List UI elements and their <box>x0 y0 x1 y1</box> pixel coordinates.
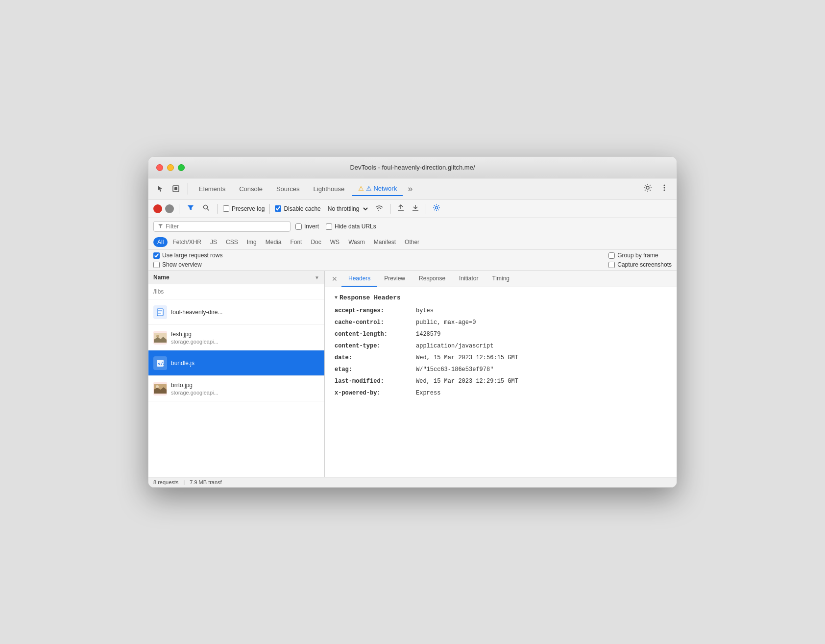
tab-network[interactable]: ⚠ ⚠ Network <box>352 182 403 196</box>
type-filter-font[interactable]: Font <box>286 237 306 247</box>
disable-cache-label[interactable]: Disable cache <box>275 205 320 212</box>
net-divider-2 <box>218 204 218 214</box>
header-value: 1428579 <box>413 330 440 339</box>
list-item-foul[interactable]: foul-heavenly-dire... <box>148 299 324 325</box>
net-divider-4 <box>390 204 390 214</box>
file-list-header: Name ▼ <box>148 271 324 284</box>
window-title: DevTools - foul-heavenly-direction.glitc… <box>350 164 475 171</box>
tab-elements[interactable]: Elements <box>193 182 231 196</box>
group-by-frame-checkbox[interactable] <box>608 252 615 259</box>
settings-network-button[interactable] <box>430 202 443 215</box>
type-filter-ws[interactable]: WS <box>326 237 343 247</box>
header-key: accept-ranges <box>335 306 413 315</box>
header-key: etag <box>335 365 413 374</box>
search-button[interactable] <box>200 202 213 215</box>
tab-lighthouse[interactable]: Lighthouse <box>308 182 351 196</box>
tab-console[interactable]: Console <box>233 182 268 196</box>
hide-data-urls-label[interactable]: Hide data URLs <box>326 223 376 230</box>
list-item-libs[interactable]: /libs <box>148 284 324 299</box>
list-item-fesh[interactable]: fesh.jpg storage.googleapi... <box>148 325 324 350</box>
type-filter-js[interactable]: JS <box>206 237 221 247</box>
preserve-log-checkbox[interactable] <box>223 205 229 212</box>
transfer-size: 7.9 MB transf <box>190 479 221 485</box>
tab-response[interactable]: Response <box>412 271 452 287</box>
type-filter-all[interactable]: All <box>153 237 168 247</box>
use-large-rows-label[interactable]: Use large request rows <box>153 252 222 259</box>
filter-bar: Invert Hide data URLs <box>148 218 677 235</box>
type-filter-doc[interactable]: Doc <box>307 237 325 247</box>
filter-input[interactable] <box>166 223 286 230</box>
header-row: accept-rangesbytes <box>335 306 667 315</box>
svg-line-9 <box>207 209 209 211</box>
tab-more[interactable]: » <box>405 182 415 196</box>
more-button[interactable] <box>657 181 672 196</box>
header-value: W/"15cc63-186e53ef978" <box>413 365 493 374</box>
tab-preview[interactable]: Preview <box>377 271 412 287</box>
inspect-button[interactable] <box>169 183 183 195</box>
doc-icon <box>153 305 167 319</box>
net-divider-5 <box>426 204 426 214</box>
header-value: public, max-age=0 <box>413 318 476 327</box>
preserve-log-label[interactable]: Preserve log <box>223 205 265 212</box>
capture-screenshots-label[interactable]: Capture screenshots <box>608 261 672 268</box>
use-large-rows-checkbox[interactable] <box>153 252 160 259</box>
throttle-select[interactable]: No throttling <box>324 204 369 214</box>
net-divider-3 <box>269 204 270 214</box>
stop-button[interactable] <box>165 204 174 213</box>
type-filter-wasm[interactable]: Wasm <box>344 237 369 247</box>
group-by-frame-label[interactable]: Group by frame <box>608 252 672 259</box>
type-filter-other[interactable]: Other <box>401 237 423 247</box>
svg-rect-1 <box>174 187 177 190</box>
type-filter-css[interactable]: CSS <box>222 237 242 247</box>
status-bar: 8 requests | 7.9 MB transf <box>148 477 677 487</box>
type-filter-manifest[interactable]: Manifest <box>370 237 400 247</box>
file-text-foul: foul-heavenly-dire... <box>171 309 222 316</box>
close-button[interactable] <box>156 164 163 171</box>
type-filter-media[interactable]: Media <box>262 237 286 247</box>
settings-button[interactable] <box>640 181 655 196</box>
minimize-button[interactable] <box>167 164 174 171</box>
toolbar-divider-1 <box>188 183 188 195</box>
type-filter-fetch/xhr[interactable]: Fetch/XHR <box>169 237 205 247</box>
header-row: etagW/"15cc63-186e53ef978" <box>335 365 667 374</box>
show-overview-checkbox[interactable] <box>153 262 160 268</box>
title-bar: DevTools - foul-heavenly-direction.glitc… <box>148 157 677 178</box>
header-key: date <box>335 353 413 362</box>
svg-point-3 <box>664 185 665 186</box>
header-key: content-length <box>335 330 413 339</box>
maximize-button[interactable] <box>178 164 185 171</box>
devtools-window: DevTools - foul-heavenly-direction.glitc… <box>148 156 677 488</box>
type-filter-img[interactable]: Img <box>243 237 261 247</box>
invert-label[interactable]: Invert <box>295 223 319 230</box>
filter-input-wrap <box>153 221 291 232</box>
net-right-icons <box>372 202 443 215</box>
response-headers-section: Response Headers <box>335 294 667 301</box>
wifi-button[interactable] <box>372 202 386 215</box>
traffic-lights <box>156 164 185 171</box>
record-button[interactable] <box>153 204 162 213</box>
list-item-bundle[interactable]: </> bundle.js <box>148 350 324 376</box>
capture-screenshots-checkbox[interactable] <box>608 262 615 268</box>
file-text-bundle: bundle.js <box>171 360 194 367</box>
hide-data-urls-checkbox[interactable] <box>326 223 332 230</box>
img-icon-brrto <box>153 382 167 396</box>
tab-timing[interactable]: Timing <box>485 271 516 287</box>
tab-headers[interactable]: Headers <box>341 271 377 287</box>
import-button[interactable] <box>394 202 407 215</box>
show-overview-label[interactable]: Show overview <box>153 261 222 268</box>
disable-cache-checkbox[interactable] <box>275 205 281 212</box>
detail-tabs: ✕ Headers Preview Response Initiator Tim… <box>325 271 677 287</box>
options-right: Group by frame Capture screenshots <box>608 252 672 268</box>
export-button[interactable] <box>409 202 422 215</box>
svg-point-14 <box>435 207 437 209</box>
tab-sources[interactable]: Sources <box>270 182 306 196</box>
tab-initiator[interactable]: Initiator <box>452 271 485 287</box>
invert-checkbox[interactable] <box>295 223 302 230</box>
detail-content: Response Headers accept-rangesbytescache… <box>325 287 677 477</box>
filter-button[interactable] <box>184 202 197 215</box>
header-row: cache-controlpublic, max-age=0 <box>335 318 667 327</box>
detail-close-button[interactable]: ✕ <box>328 271 341 287</box>
main-content: Name ▼ /libs foul-heavenly-di <box>148 271 677 477</box>
list-item-brrto[interactable]: brrto.jpg storage.googleapi... <box>148 376 324 401</box>
cursor-tool-button[interactable] <box>153 183 167 195</box>
